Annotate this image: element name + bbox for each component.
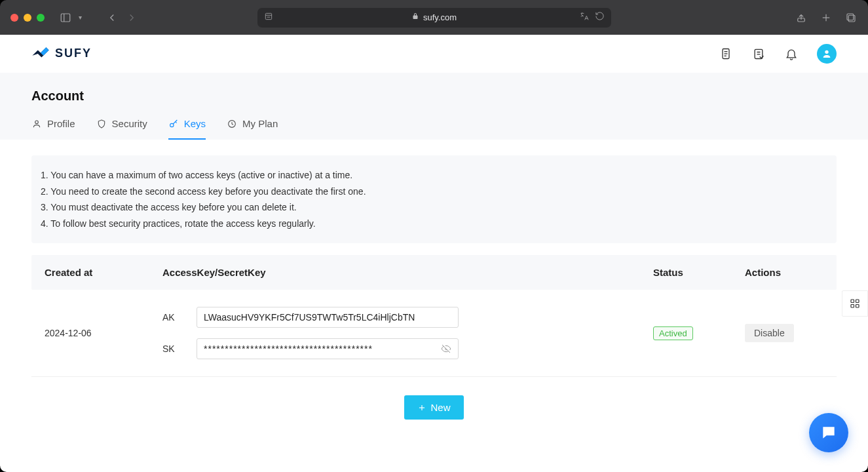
column-created: Created at [45,267,162,278]
notice-line: 3. You must deactivate the access key be… [41,199,827,216]
tab-keys[interactable]: Keys [168,118,206,140]
tab-myplan-label: My Plan [242,118,278,129]
new-key-button-label: New [430,402,450,413]
keys-table: Created at AccessKey/SecretKey Status Ac… [31,255,837,377]
nav-back-button[interactable] [105,11,119,24]
tab-keys-label: Keys [184,118,206,129]
disable-button[interactable]: Disable [745,324,794,342]
table-row: 2024-12-06 AK LWaasucHV9YKFr5Cf7US9TWTw5… [31,290,837,377]
cell-created: 2024-12-06 [45,328,162,338]
reload-icon[interactable] [595,11,605,24]
access-key-field[interactable]: LWaasucHV9YKFr5Cf7US9TWTw5Tr5LC4iHljCbTN [197,307,459,328]
notice-line: 4. To follow best security practices, ro… [41,216,827,232]
info-notice: 1. You can have a maximum of two access … [31,155,837,243]
shield-icon [96,119,107,129]
clock-icon [227,119,237,129]
tab-security-label: Security [112,118,147,129]
status-badge: Actived [653,326,693,340]
chat-icon [820,424,837,441]
tab-profile-label: Profile [47,118,75,129]
chevron-down-icon[interactable]: ▾ [79,14,82,21]
column-status: Status [653,267,745,278]
bell-icon[interactable] [784,47,799,61]
nav-forward-button [125,11,138,24]
maximize-window-button[interactable] [37,14,45,22]
address-bar-text: sufy.com [423,12,457,22]
access-key-value: LWaasucHV9YKFr5Cf7US9TWTw5Tr5LC4iHljCbTN [204,312,415,323]
translate-icon[interactable] [579,11,590,24]
column-actions: Actions [745,267,823,278]
tab-security[interactable]: Security [96,118,147,140]
user-icon [31,119,42,129]
minimize-window-button[interactable] [24,14,31,22]
svg-rect-23 [851,305,854,308]
apps-grid-icon[interactable] [842,290,868,317]
secret-key-field[interactable]: **************************************** [197,338,459,359]
plus-icon [417,403,426,412]
logo-mark-icon [31,47,50,60]
eye-off-icon[interactable] [441,344,451,354]
notice-line: 2. You need to create the second access … [41,184,827,200]
svg-point-17 [170,123,173,127]
key-icon [168,119,179,129]
avatar[interactable] [817,44,837,64]
svg-rect-22 [856,300,859,303]
notepad-icon[interactable] [751,47,766,61]
window-controls [10,14,45,22]
svg-rect-2 [265,13,271,19]
address-bar[interactable]: sufy.com [257,8,611,28]
share-icon[interactable] [795,11,808,24]
app-header: SUFY [0,35,868,73]
svg-rect-8 [848,15,855,22]
browser-titlebar: ▾ sufy.com [0,0,868,35]
account-tabs: Profile Security Keys My Plan [31,118,837,140]
brand-name: SUFY [55,47,92,60]
svg-rect-0 [61,14,70,22]
document-icon[interactable] [719,47,733,61]
table-header: Created at AccessKey/SecretKey Status Ac… [31,255,837,290]
new-key-button[interactable]: New [404,395,463,420]
lock-icon [411,12,419,22]
ak-label: AK [162,312,178,323]
secret-key-value: **************************************** [204,344,373,354]
tab-myplan[interactable]: My Plan [227,118,278,140]
svg-rect-24 [856,305,859,308]
new-tab-icon[interactable] [820,11,833,24]
sk-label: SK [162,344,178,354]
chat-fab[interactable] [809,413,848,452]
tab-profile[interactable]: Profile [31,118,75,140]
notice-line: 1. You can have a maximum of two access … [41,167,827,184]
site-settings-icon[interactable] [264,12,273,23]
svg-rect-9 [847,14,854,20]
svg-point-15 [825,50,828,53]
svg-point-16 [35,121,39,124]
sidebar-toggle-icon[interactable] [59,11,72,24]
svg-rect-21 [851,300,854,303]
page-title: Account [31,88,837,104]
column-keys: AccessKey/SecretKey [162,267,653,278]
brand-logo[interactable]: SUFY [31,47,92,60]
tabs-overview-icon[interactable] [844,11,858,24]
close-window-button[interactable] [10,14,18,22]
